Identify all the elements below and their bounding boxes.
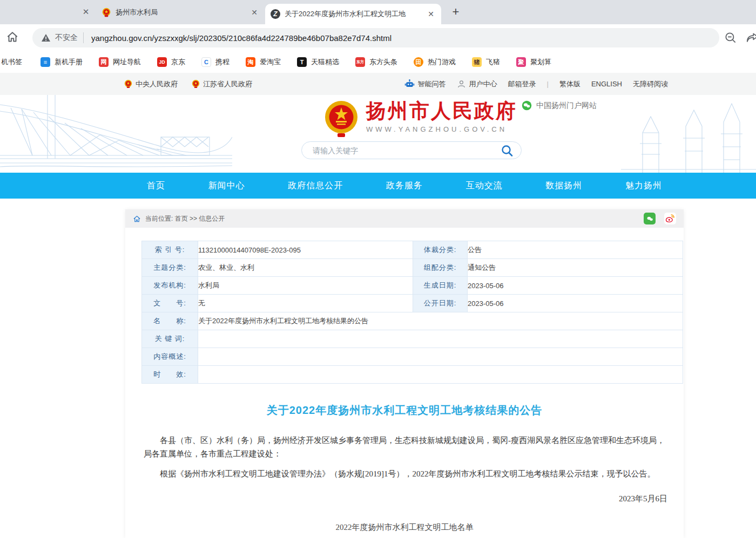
search-input[interactable] — [312, 146, 501, 155]
article-paragraph: 各县（市、区）水利（务）局，扬州经济开发区城乡事务管理局，生态科技新城规划建设局… — [144, 434, 666, 461]
national-emblem-favicon — [102, 8, 111, 17]
bookmark-label: 京东 — [171, 57, 185, 67]
address-bar[interactable]: 不安全 yangzhou.gov.cn/yzszxxgk/slj/202305/… — [32, 28, 719, 47]
article-body: 各县（市、区）水利（务）局，扬州经济开发区城乡事务管理局，生态科技新城规划建设局… — [144, 434, 666, 481]
bookmark-label: 携程 — [215, 57, 230, 67]
meta-label: 公开日期: — [413, 295, 468, 312]
site-banner: 扬州市人民政府 WWW.YANGZHOU.GOV.CN 中国扬州门户网站 — [0, 95, 756, 173]
link-mail-login[interactable]: 邮箱登录 — [508, 79, 536, 89]
utility-divider: | — [547, 80, 549, 88]
table-row: 时 效: — [142, 366, 683, 384]
games-icon: 田 — [414, 57, 423, 67]
bookmark-aitaobao[interactable]: 淘 爱淘宝 — [246, 57, 281, 67]
user-icon — [457, 79, 466, 88]
bookmark-hot-games[interactable]: 田 热门游戏 — [414, 57, 456, 67]
national-emblem-logo — [324, 99, 359, 138]
close-tab-icon[interactable]: ✕ — [249, 8, 259, 17]
site-search-box — [301, 141, 522, 159]
bookmark-shouji-shuqian[interactable]: 机书签 — [1, 57, 22, 67]
document-meta-table: 索 引 号: 11321000014407098E-2023-095 体裁分类:… — [141, 241, 683, 384]
nav-data-yangzhou[interactable]: 数据扬州 — [545, 180, 582, 192]
meta-label: 生成日期: — [413, 277, 468, 295]
link-accessibility[interactable]: 无障碍阅读 — [633, 79, 668, 89]
close-tab-icon[interactable]: ✕ — [426, 10, 436, 18]
national-emblem-icon — [192, 79, 200, 88]
table-row: 名 称: 关于2022年度扬州市水利工程文明工地考核结果的公告 — [142, 312, 683, 330]
home-breadcrumb-icon[interactable] — [133, 215, 141, 223]
new-tab-button[interactable]: + — [448, 4, 463, 19]
wechat-share-icon[interactable] — [644, 213, 656, 224]
link-jiangsu-gov[interactable]: 江苏省人民政府 — [192, 79, 252, 89]
link-english[interactable]: ENGLISH — [591, 80, 622, 88]
portal-badge[interactable]: 中国扬州门户网站 — [522, 100, 597, 111]
article-paragraph: 根据《扬州市水利工程文明工地建设管理办法》（扬水规[2019]1号），2022年… — [144, 467, 666, 481]
meta-label: 索 引 号: — [142, 241, 198, 259]
dongfang-icon: 东方 — [355, 57, 365, 67]
portal-label: 中国扬州门户网站 — [536, 101, 597, 111]
share-icon[interactable] — [745, 31, 756, 45]
nav-interaction[interactable]: 互动交流 — [466, 180, 503, 192]
zoom-out-icon[interactable] — [724, 31, 738, 45]
jd-icon: JD — [157, 57, 167, 67]
url-text[interactable]: yangzhou.gov.cn/yzszxxgk/slj/202305/210c… — [91, 33, 392, 43]
breadcrumb[interactable]: 当前位置: 首页 >> 信息公开 — [145, 214, 225, 223]
meta-value-group: 通知公告 — [468, 259, 683, 277]
meta-label: 名 称: — [142, 312, 198, 330]
tab-yangzhou-water-bureau[interactable]: 扬州市水利局 ✕ — [96, 0, 265, 24]
nav-news-center[interactable]: 新闻中心 — [208, 180, 245, 192]
tab-title: 扬州市水利局 — [116, 8, 245, 17]
link-central-gov[interactable]: 中央人民政府 — [124, 79, 178, 89]
nav-charming-yangzhou[interactable]: 魅力扬州 — [625, 180, 662, 192]
home-icon[interactable] — [5, 30, 19, 44]
meta-value-doc-number: 无 — [198, 295, 413, 312]
table-row: 内容概述: — [142, 348, 683, 366]
bookmark-dongfang-toutiao[interactable]: 东方 东方头条 — [355, 57, 397, 67]
link-traditional[interactable]: 繁体版 — [559, 79, 580, 89]
link-label: 智能问答 — [418, 79, 446, 89]
meta-label: 时 效: — [142, 366, 198, 384]
meta-label: 内容概述: — [142, 348, 198, 366]
link-label: 江苏省人民政府 — [203, 79, 252, 89]
bookmark-ctrip[interactable]: C 携程 — [201, 57, 230, 67]
bookmarks-bar: 机书签 ≡ 新机手册 网 网址导航 JD 京东 C 携程 淘 爱淘宝 T 天猫精… — [0, 51, 756, 73]
bookmark-label: 飞猪 — [486, 57, 500, 67]
bookmark-label: 网址导航 — [113, 57, 141, 67]
bookmark-wangzhi-daohang[interactable]: 网 网址导航 — [99, 57, 141, 67]
link-user-center[interactable]: 用户中心 — [457, 79, 497, 89]
bookmark-juhuasuan[interactable]: 聚 聚划算 — [516, 57, 551, 67]
meta-label: 文 号: — [142, 295, 198, 312]
search-icon[interactable] — [501, 144, 514, 157]
nav-gov-info-disclosure[interactable]: 政府信息公开 — [288, 180, 343, 192]
link-label: 用户中心 — [469, 79, 497, 89]
table-row: 索 引 号: 11321000014407098E-2023-095 体裁分类:… — [142, 241, 683, 259]
bookmark-xinji-shouce[interactable]: ≡ 新机手册 — [40, 57, 83, 67]
meta-value-publish-date: 2023-05-06 — [468, 295, 683, 312]
meta-label: 发布机构: — [142, 277, 198, 295]
bridge-line-art — [0, 95, 232, 173]
manual-icon: ≡ — [40, 57, 50, 67]
main-nav-bar: 首页 新闻中心 政府信息公开 政务服务 互动交流 数据扬州 魅力扬州 — [0, 173, 756, 199]
article-date: 2023年5月6日 — [125, 494, 667, 504]
close-tab-icon[interactable]: ✕ — [80, 6, 92, 18]
bookmark-tmall[interactable]: T 天猫精选 — [297, 57, 339, 67]
link-label: 中央人民政府 — [136, 79, 178, 89]
bookmark-jd[interactable]: JD 京东 — [157, 57, 185, 67]
tab-title: 关于2022年度扬州市水利工程文明工地 — [285, 9, 422, 19]
nav-home[interactable]: 首页 — [147, 180, 165, 192]
site-title: 扬州市人民政府 — [366, 99, 517, 123]
security-label[interactable]: 不安全 — [55, 33, 78, 43]
content-card: 当前位置: 首页 >> 信息公开 索 引 号: 113210000144 — [125, 209, 684, 538]
nav-site-icon: 网 — [99, 57, 109, 67]
meta-label: 关 键 词: — [142, 330, 198, 348]
meta-value-index-number: 11321000014407098E-2023-095 — [198, 241, 413, 259]
nav-gov-services[interactable]: 政务服务 — [386, 180, 423, 192]
bookmark-label: 东方头条 — [369, 57, 397, 67]
weibo-share-icon[interactable] — [664, 213, 676, 224]
national-emblem-icon — [124, 79, 132, 88]
bookmark-label: 爱淘宝 — [260, 57, 281, 67]
link-smart-qa[interactable]: 智能问答 — [404, 79, 446, 89]
meta-value-keywords — [198, 330, 683, 348]
bookmark-label: 聚划算 — [530, 57, 551, 67]
tab-announcement-active[interactable]: Z 关于2022年度扬州市水利工程文明工地 ✕ — [265, 4, 441, 24]
bookmark-fliggy[interactable]: 猪 飞猪 — [472, 57, 500, 67]
